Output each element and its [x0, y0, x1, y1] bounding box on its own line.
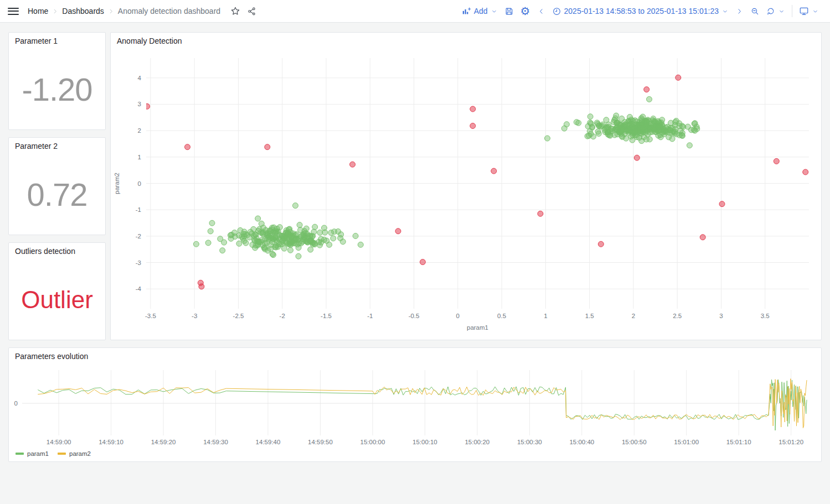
svg-text:-2.5: -2.5 [233, 313, 244, 319]
svg-text:3: 3 [138, 101, 141, 107]
legend-item-param1[interactable]: param1 [16, 450, 49, 457]
timeseries-legend: param1 param2 [9, 449, 821, 461]
svg-text:2: 2 [138, 127, 141, 134]
svg-text:2: 2 [632, 313, 635, 319]
svg-text:15:00:40: 15:00:40 [569, 439, 594, 445]
refresh-button[interactable] [763, 3, 788, 19]
panel-anomaly-detection: Anomaly Detection -3.5-3-2.5-2-1.5-1-0.5… [110, 32, 822, 340]
svg-text:-2: -2 [136, 233, 141, 240]
zoom-out-icon [750, 7, 760, 16]
save-icon [504, 7, 514, 16]
zoom-out-button[interactable] [747, 3, 763, 19]
svg-text:15:00:00: 15:00:00 [360, 439, 385, 445]
svg-text:15:00:50: 15:00:50 [622, 439, 647, 445]
stat-body: -1.20 [9, 49, 105, 129]
svg-text:3: 3 [719, 313, 723, 319]
svg-text:param2: param2 [114, 173, 120, 194]
panel-header-parameter-1[interactable]: Parameter 1 [9, 33, 105, 49]
chevron-down-icon[interactable] [778, 8, 785, 15]
svg-text:-3.5: -3.5 [145, 313, 156, 319]
svg-text:14:59:10: 14:59:10 [99, 439, 123, 445]
outlier-value: Outlier [21, 288, 93, 312]
svg-text:-4: -4 [136, 285, 142, 292]
breadcrumb-home[interactable]: Home [28, 7, 48, 15]
svg-text:-3: -3 [136, 259, 141, 266]
share-icon[interactable] [247, 7, 256, 16]
time-range-picker[interactable]: 2025-01-13 14:58:53 to 2025-01-13 15:01:… [549, 3, 732, 19]
svg-text:-1: -1 [367, 313, 373, 319]
svg-text:1: 1 [544, 313, 547, 319]
stat2-value: 0.72 [27, 179, 87, 211]
panel-parameter-1: Parameter 1 -1.20 [8, 32, 106, 130]
chevron-down-icon [491, 8, 498, 15]
svg-text:0: 0 [456, 313, 460, 319]
add-button[interactable]: Add [458, 3, 501, 19]
chevron-down-icon [812, 8, 819, 15]
legend-item-param2[interactable]: param2 [58, 450, 91, 457]
panel-header-parameter-2[interactable]: Parameter 2 [9, 138, 105, 154]
svg-text:14:59:50: 14:59:50 [308, 439, 333, 445]
svg-text:3.5: 3.5 [761, 313, 770, 319]
dashboard-settings-button[interactable]: ⚙ [517, 3, 534, 19]
dashboard-grid: Parameter 1 -1.20 Anomaly Detection -3.5… [0, 23, 830, 462]
panel-title: Parameter 1 [15, 37, 58, 45]
svg-text:-2: -2 [280, 313, 285, 319]
svg-text:15:01:10: 15:01:10 [726, 439, 751, 445]
panel-parameters-evolution: Parameters evolution 14:59:0014:59:1014:… [8, 347, 822, 462]
stat-body: Outlier [9, 259, 105, 340]
panel-title: Parameter 2 [15, 142, 58, 150]
add-button-label: Add [474, 7, 488, 15]
svg-text:15:01:00: 15:01:00 [674, 439, 699, 445]
svg-text:-3: -3 [192, 313, 197, 319]
scatter-chart[interactable]: -3.5-3-2.5-2-1.5-1-0.500.511.522.533.5-4… [111, 49, 821, 340]
panel-header-parameters-evolution[interactable]: Parameters evolution [9, 348, 821, 365]
svg-text:1.5: 1.5 [585, 313, 594, 319]
toolbar-divider [792, 5, 792, 17]
panel-outliers-detection: Outliers detection Outlier [8, 242, 106, 340]
star-icon[interactable] [230, 6, 240, 16]
svg-text:15:00:30: 15:00:30 [517, 439, 542, 445]
svg-text:2.5: 2.5 [673, 313, 682, 319]
legend-label-param2: param2 [69, 450, 91, 457]
panel-header-anomaly-detection[interactable]: Anomaly Detection [111, 33, 821, 49]
time-shift-back-button[interactable] [534, 3, 549, 19]
svg-text:-1: -1 [136, 206, 141, 213]
svg-text:0: 0 [14, 400, 18, 407]
time-range-label: 2025-01-13 14:58:53 to 2025-01-13 15:01:… [564, 7, 719, 15]
chevron-left-icon [537, 7, 545, 15]
settings-icon: ⚙ [520, 6, 530, 17]
breadcrumb-dashboards[interactable]: Dashboards [62, 7, 104, 15]
panel-title: Parameters evolution [15, 352, 88, 361]
menu-icon[interactable] [8, 4, 19, 18]
svg-text:14:59:00: 14:59:00 [47, 439, 71, 445]
panel-title: Anomaly Detection [117, 37, 182, 45]
panel-parameter-2: Parameter 2 0.72 [8, 137, 106, 235]
svg-text:15:01:20: 15:01:20 [779, 439, 803, 445]
clock-icon [552, 7, 561, 16]
timeseries-body: 14:59:0014:59:1014:59:2014:59:3014:59:40… [9, 365, 821, 461]
kiosk-mode-button[interactable] [796, 3, 822, 19]
svg-text:-1.5: -1.5 [321, 313, 332, 319]
svg-text:15:00:20: 15:00:20 [465, 439, 489, 445]
svg-text:14:59:20: 14:59:20 [151, 439, 176, 445]
svg-text:14:59:30: 14:59:30 [203, 439, 228, 445]
time-shift-forward-button[interactable] [732, 3, 747, 19]
refresh-icon [766, 7, 775, 15]
stat-body: 0.72 [9, 154, 105, 235]
save-dashboard-button[interactable] [501, 3, 517, 19]
chevron-right-icon [735, 7, 744, 15]
breadcrumb-separator-icon [52, 8, 58, 14]
chevron-down-icon [721, 8, 729, 15]
stat1-value: -1.20 [22, 74, 92, 106]
breadcrumb-separator-icon [108, 8, 114, 14]
scatter-body: -3.5-3-2.5-2-1.5-1-0.500.511.522.533.5-4… [111, 49, 821, 340]
add-panel-icon [462, 7, 471, 16]
legend-swatch-param1 [16, 453, 24, 455]
svg-text:0.5: 0.5 [497, 313, 506, 319]
svg-text:0: 0 [138, 180, 141, 187]
breadcrumb-current: Anomaly detection dashboard [118, 7, 220, 15]
timeseries-chart[interactable]: 14:59:0014:59:1014:59:2014:59:3014:59:40… [9, 365, 821, 449]
panel-header-outliers-detection[interactable]: Outliers detection [9, 243, 105, 259]
panel-title: Outliers detection [15, 247, 75, 256]
legend-label-param1: param1 [27, 450, 49, 457]
